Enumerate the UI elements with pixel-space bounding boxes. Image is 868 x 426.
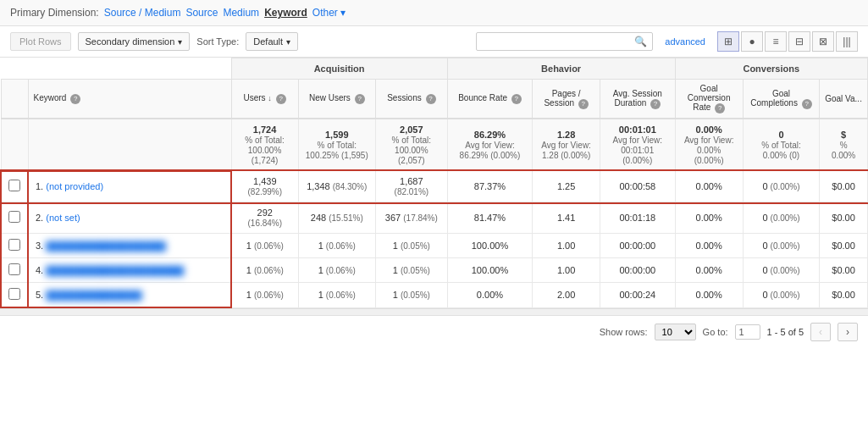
summary-goal-conv-rate: 0.00% Avg for View: 0.00% (0.00%) — [675, 119, 743, 171]
view-icon-list[interactable]: ≡ — [765, 31, 787, 52]
next-page-button[interactable]: › — [838, 323, 858, 341]
row-checkbox[interactable] — [1, 171, 28, 202]
table-container: Acquisition Behavior Conversions Keyword… — [0, 58, 868, 308]
row-keyword: 3. ████████████████████ — [28, 234, 231, 258]
checkbox-col-header — [1, 58, 28, 80]
summary-users: 1,724 % of Total: 100.00% (1,724) — [231, 119, 298, 171]
summary-new-users: 1,599 % of Total: 100.25% (1,595) — [298, 119, 375, 171]
bounce-rate-col-header[interactable]: Bounce Rate ? — [447, 80, 532, 119]
row-pages-session: 1.41 — [533, 202, 600, 234]
keyword-link[interactable]: ████████████████████ — [46, 241, 166, 251]
row-keyword: 1. (not provided) — [28, 171, 231, 202]
row-users: 292 (16.84%) — [231, 202, 298, 234]
sessions-col-header[interactable]: Sessions ? — [375, 80, 447, 119]
row-goal-completions: 0 (0.00%) — [743, 234, 819, 258]
avg-session-col-header[interactable]: Avg. SessionDuration ? — [600, 80, 675, 119]
keyword-group-header — [28, 58, 231, 80]
row-new-users: 1 (0.06%) — [298, 234, 375, 258]
row-users: 1 (0.06%) — [231, 283, 298, 308]
row-bounce-rate: 81.47% — [447, 202, 532, 234]
sort-default-dropdown[interactable]: Default — [246, 32, 298, 51]
view-icons: ⊞ ● ≡ ⊟ ⊠ ||| — [717, 31, 858, 52]
goal-conv-rate-help-icon[interactable]: ? — [715, 103, 725, 113]
show-rows-select[interactable]: 10 25 50 100 — [655, 324, 696, 340]
summary-goal-value: $ % 0.00% — [820, 119, 868, 171]
row-num: 4. — [36, 265, 43, 275]
summary-keyword — [28, 119, 231, 171]
behavior-group-header: Behavior — [447, 58, 675, 80]
row-checkbox[interactable] — [1, 283, 28, 308]
primary-dim-label: Primary Dimension: — [10, 7, 99, 19]
keyword-link[interactable]: ███████████████████████ — [46, 266, 184, 275]
row-pages-session: 2.00 — [533, 283, 600, 308]
row-keyword: 5. ████████████████ — [28, 283, 231, 308]
pages-session-col-header[interactable]: Pages /Session ? — [533, 80, 600, 119]
row-users: 1 (0.06%) — [231, 258, 298, 283]
plot-rows-button[interactable]: Plot Rows — [10, 32, 71, 51]
horizontal-scrollbar[interactable] — [0, 308, 868, 315]
view-icon-pie[interactable]: ● — [741, 31, 763, 52]
search-box[interactable]: 🔍 — [476, 32, 653, 51]
row-bounce-rate: 100.00% — [447, 234, 532, 258]
search-input[interactable] — [482, 36, 634, 47]
keyword-link[interactable]: ████████████████ — [46, 290, 141, 300]
dim-source[interactable]: Source — [185, 7, 218, 19]
row-goal-value: $0.00 — [820, 171, 868, 202]
dim-keyword[interactable]: Keyword — [264, 7, 307, 19]
table-row: 2. (not set) 292 (16.84%) 248 (15.51%) 3… — [1, 202, 868, 234]
goal-completions-col-header[interactable]: GoalCompletions ? — [743, 80, 819, 119]
view-icon-bar[interactable]: ||| — [836, 31, 858, 52]
goto-input[interactable] — [735, 324, 760, 340]
row-sessions: 1,687 (82.01%) — [375, 171, 447, 202]
row-num: 1. — [36, 181, 43, 191]
dim-source-medium[interactable]: Source / Medium — [104, 7, 181, 19]
secondary-dim-dropdown[interactable]: Secondary dimension — [78, 32, 191, 51]
row-checkbox[interactable] — [1, 234, 28, 258]
keyword-link[interactable]: (not provided) — [46, 181, 103, 191]
sort-type-label: Sort Type: — [196, 36, 239, 47]
table-row: 1. (not provided) 1,439 (82.99%) 1,348 (… — [1, 171, 868, 202]
row-checkbox[interactable] — [1, 202, 28, 234]
row-goal-completions: 0 (0.00%) — [743, 171, 819, 202]
avg-session-help-icon[interactable]: ? — [650, 99, 661, 109]
view-icon-grid[interactable]: ⊞ — [717, 31, 739, 52]
row-checkbox[interactable] — [1, 258, 28, 283]
goal-conv-rate-col-header[interactable]: GoalConversionRate ? — [675, 80, 743, 119]
view-icon-pivot[interactable]: ⊠ — [812, 31, 834, 52]
row-goal-conv-rate: 0.00% — [675, 234, 743, 258]
row-pages-session: 1.00 — [533, 234, 600, 258]
row-avg-session: 00:00:00 — [600, 258, 675, 283]
row-bounce-rate: 87.37% — [447, 171, 532, 202]
sessions-help-icon[interactable]: ? — [426, 94, 436, 104]
summary-goal-completions: 0 % of Total: 0.00% (0) — [743, 119, 819, 171]
row-goal-completions: 0 (0.00%) — [743, 258, 819, 283]
users-col-header[interactable]: Users ↓ ? — [231, 80, 298, 119]
dim-medium[interactable]: Medium — [223, 7, 259, 19]
summary-row: 1,724 % of Total: 100.00% (1,724) 1,599 … — [1, 119, 868, 171]
row-pages-session: 1.00 — [533, 258, 600, 283]
table-row: 3. ████████████████████ 1 (0.06%) 1 (0.0… — [1, 234, 868, 258]
row-avg-session: 00:01:18 — [600, 202, 675, 234]
row-goal-conv-rate: 0.00% — [675, 171, 743, 202]
row-goal-conv-rate: 0.00% — [675, 202, 743, 234]
dim-other[interactable]: Other ▾ — [312, 7, 346, 19]
goal-completions-help-icon[interactable]: ? — [802, 99, 812, 109]
row-avg-session: 00:00:24 — [600, 283, 675, 308]
advanced-link[interactable]: advanced — [665, 36, 705, 47]
row-pages-session: 1.25 — [533, 171, 600, 202]
row-goal-completions: 0 (0.00%) — [743, 202, 819, 234]
page-range: 1 - 5 of 5 — [767, 327, 804, 337]
bounce-rate-help-icon[interactable]: ? — [511, 94, 522, 104]
row-goal-value: $0.00 — [820, 234, 868, 258]
table-row: 5. ████████████████ 1 (0.06%) 1 (0.06%) … — [1, 283, 868, 308]
pages-session-help-icon[interactable]: ? — [578, 99, 589, 109]
view-icon-compare[interactable]: ⊟ — [788, 31, 810, 52]
keyword-link[interactable]: (not set) — [46, 213, 80, 223]
users-help-icon[interactable]: ? — [276, 94, 286, 104]
new-users-col-header[interactable]: New Users ? — [298, 80, 375, 119]
prev-page-button[interactable]: ‹ — [810, 323, 831, 341]
new-users-help-icon[interactable]: ? — [355, 94, 365, 104]
acquisition-group-header: Acquisition — [231, 58, 447, 80]
goal-value-col-header[interactable]: Goal Va... — [820, 80, 868, 119]
keyword-help-icon[interactable]: ? — [70, 94, 80, 104]
